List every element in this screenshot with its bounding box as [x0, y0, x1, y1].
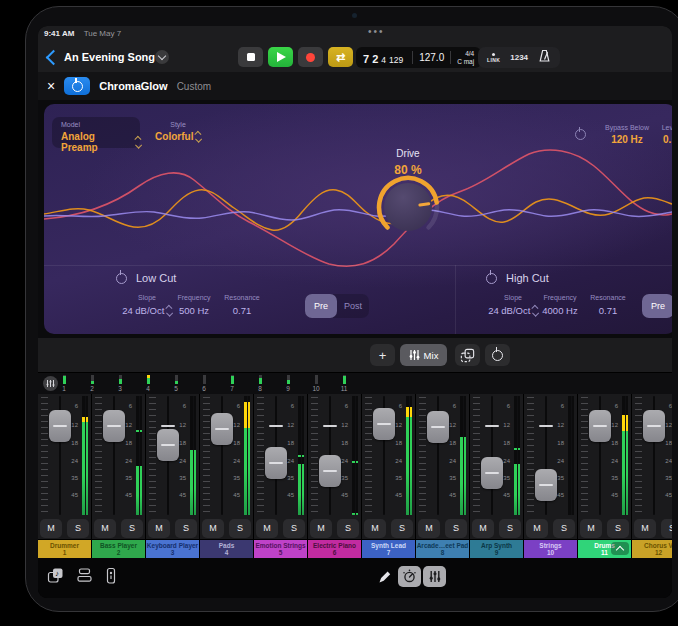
- style-select[interactable]: Style Colorful: [148, 117, 208, 148]
- record-button[interactable]: [298, 47, 323, 67]
- track-label[interactable]: Chorus V 12: [632, 540, 672, 558]
- loop-browser-button[interactable]: ♪: [47, 567, 65, 588]
- library-button[interactable]: [76, 567, 93, 588]
- mix-view-button[interactable]: Mix: [400, 344, 447, 366]
- track-label[interactable]: Arp Synth 9: [470, 540, 523, 558]
- overview-track[interactable]: 5: [162, 374, 190, 395]
- model-select[interactable]: Model Analog Preamp: [52, 117, 140, 148]
- stop-button[interactable]: [238, 47, 263, 67]
- solo-button[interactable]: S: [661, 519, 672, 538]
- overview-track[interactable]: 1: [50, 374, 78, 395]
- overview-track[interactable]: 9: [274, 374, 302, 395]
- count-in-button[interactable]: 1234: [510, 53, 528, 62]
- back-chevron-icon[interactable]: [46, 50, 62, 66]
- time-signature-key: 4/4C maj: [457, 50, 474, 65]
- track-label[interactable]: Strings 10: [524, 540, 577, 558]
- plugin-preset[interactable]: Custom: [177, 81, 211, 92]
- high-cut-resonance[interactable]: Resonance 0.71: [579, 294, 637, 316]
- overview-track[interactable]: 7: [218, 374, 246, 395]
- solo-button[interactable]: S: [283, 519, 305, 538]
- scale-mark: 45: [65, 492, 78, 498]
- play-button[interactable]: [268, 47, 293, 67]
- song-title[interactable]: An Evening Song: [64, 51, 155, 63]
- mute-button[interactable]: M: [472, 519, 494, 538]
- plugin-power-button[interactable]: [64, 77, 90, 95]
- overview-track[interactable]: 11: [330, 374, 358, 395]
- overview-track[interactable]: 10: [302, 374, 330, 395]
- track-label[interactable]: Bass Player 2: [92, 540, 145, 558]
- level-meter: [190, 396, 196, 515]
- solo-button[interactable]: S: [553, 519, 575, 538]
- channel-power-button[interactable]: [485, 344, 510, 366]
- mini-meter: [343, 375, 346, 384]
- scale-mark: 12: [551, 422, 564, 428]
- mute-button[interactable]: M: [634, 519, 656, 538]
- track-label[interactable]: Drums 11: [578, 540, 631, 558]
- track-number: 5: [279, 549, 283, 557]
- overview-track[interactable]: 2: [78, 374, 106, 395]
- expand-track-button[interactable]: [611, 542, 629, 555]
- overview-track[interactable]: 6: [190, 374, 218, 395]
- connector-button[interactable]: [104, 567, 118, 589]
- mute-button[interactable]: M: [94, 519, 116, 538]
- high-cut-power-icon[interactable]: [486, 273, 497, 284]
- solo-button[interactable]: S: [607, 519, 629, 538]
- mute-button[interactable]: M: [256, 519, 278, 538]
- copy-settings-button[interactable]: [455, 344, 480, 366]
- drive-knob[interactable]: [373, 172, 443, 242]
- add-track-button[interactable]: +: [370, 344, 395, 366]
- low-cut-power-icon[interactable]: [116, 273, 127, 284]
- mute-button[interactable]: M: [202, 519, 224, 538]
- close-plugin-icon[interactable]: ×: [47, 79, 55, 93]
- cycle-button[interactable]: ⇄: [328, 47, 353, 67]
- scale-mark: 6: [443, 403, 456, 409]
- low-cut-pre-button[interactable]: Pre: [305, 294, 337, 318]
- edit-button[interactable]: [376, 568, 392, 588]
- track-label[interactable]: Drummer 1: [38, 540, 91, 558]
- solo-button[interactable]: S: [121, 519, 143, 538]
- mute-button[interactable]: M: [364, 519, 386, 538]
- low-cut-resonance[interactable]: Resonance 0.71: [213, 294, 271, 316]
- level-control[interactable]: Level 0.5: [630, 124, 672, 145]
- mute-solo-row: M S: [470, 517, 523, 539]
- bypass-power-icon[interactable]: [575, 129, 586, 140]
- track-label[interactable]: Keyboard Player 3: [146, 540, 199, 558]
- song-menu-chevron-icon[interactable]: [155, 50, 169, 64]
- mute-button[interactable]: M: [526, 519, 548, 538]
- scale-mark: 45: [281, 492, 294, 498]
- scale-mark: 6: [497, 403, 510, 409]
- track-label[interactable]: Arcade…eet Pad 8: [416, 540, 469, 558]
- solo-button[interactable]: S: [229, 519, 251, 538]
- smart-controls-button[interactable]: [398, 566, 421, 587]
- multitasking-indicator-icon[interactable]: •••: [368, 26, 385, 37]
- solo-button[interactable]: S: [391, 519, 413, 538]
- solo-button[interactable]: S: [67, 519, 89, 538]
- solo-button[interactable]: S: [445, 519, 467, 538]
- lcd-display[interactable]: 724129 127.0 4/4C maj: [356, 47, 481, 68]
- mute-button[interactable]: M: [40, 519, 62, 538]
- track-label[interactable]: Pads 4: [200, 540, 253, 558]
- mute-button[interactable]: M: [148, 519, 170, 538]
- overview-track[interactable]: 3: [106, 374, 134, 395]
- peak-indicator: [514, 448, 520, 450]
- mute-button[interactable]: M: [310, 519, 332, 538]
- track-label[interactable]: Synth Lead 7: [362, 540, 415, 558]
- overview-track[interactable]: 4: [134, 374, 162, 395]
- track-number: 3: [171, 549, 175, 557]
- transport-controls: ⇄: [238, 47, 353, 67]
- overview-track[interactable]: 8: [246, 374, 274, 395]
- mute-button[interactable]: M: [580, 519, 602, 538]
- metronome-button[interactable]: [538, 49, 551, 67]
- solo-button[interactable]: S: [499, 519, 521, 538]
- track-label[interactable]: Emotion Strings 5: [254, 540, 307, 558]
- low-cut-post-button[interactable]: Post: [337, 294, 369, 318]
- high-cut-pre-button[interactable]: Pre: [642, 294, 672, 318]
- mixer-view-button[interactable]: [423, 566, 446, 587]
- link-button[interactable]: LINK: [487, 53, 500, 63]
- scale-mark: 6: [605, 403, 618, 409]
- solo-button[interactable]: S: [337, 519, 359, 538]
- solo-button[interactable]: S: [175, 519, 197, 538]
- mute-button[interactable]: M: [418, 519, 440, 538]
- fader-zone: 61218243545: [308, 394, 361, 517]
- track-label[interactable]: Electric Piano 6: [308, 540, 361, 558]
